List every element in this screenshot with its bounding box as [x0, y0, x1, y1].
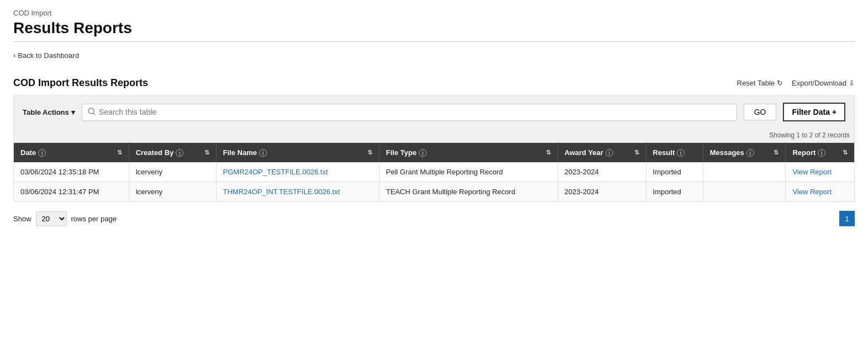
col-messages: Messages i ⇅: [703, 143, 786, 163]
cell-file-name: PGMR24OP_TESTFILE.0026.txt: [216, 162, 379, 182]
cell-messages: [703, 162, 786, 182]
cell-file-type: Pell Grant Multiple Reporting Record: [379, 162, 557, 182]
cell-result: Imported: [646, 162, 703, 182]
search-input[interactable]: [99, 108, 731, 116]
file-type-info-icon[interactable]: i: [419, 149, 427, 157]
date-sort-icon[interactable]: ⇅: [117, 149, 122, 156]
result-info-icon[interactable]: i: [677, 149, 685, 157]
chevron-left-icon: ‹: [13, 51, 15, 60]
col-award-year: Award Year i ⇅: [557, 143, 646, 163]
records-info: Showing 1 to 2 of 2 records: [13, 128, 855, 142]
table-section-title: COD Import Results Reports: [13, 77, 148, 89]
search-container: [82, 104, 737, 121]
col-created-by: Created By i ⇅: [129, 143, 216, 163]
cell-award-year: 2023-2024: [557, 182, 646, 202]
file-name-link[interactable]: PGMR24OP_TESTFILE.0026.txt: [223, 168, 328, 176]
cell-award-year: 2023-2024: [557, 162, 646, 182]
breadcrumb: COD Import: [13, 9, 855, 17]
go-button[interactable]: GO: [744, 104, 777, 120]
award-year-sort-icon[interactable]: ⇅: [634, 149, 639, 156]
export-label: Export/Download: [792, 79, 846, 87]
cell-result: Imported: [646, 182, 703, 202]
pagination-bar: Show 20 50 100 rows per page 1: [13, 211, 855, 226]
rows-per-page-select[interactable]: 20 50 100: [36, 211, 67, 226]
view-report-link[interactable]: View Report: [792, 168, 832, 176]
date-info-icon[interactable]: i: [38, 149, 46, 157]
table-row: 03/06/2024 12:31:47 PM lcerveny THMR24OP…: [14, 182, 855, 202]
table-toolbar: Table Actions ▾ GO Filter Data +: [13, 95, 855, 128]
cell-report: View Report: [786, 162, 855, 182]
cell-report: View Report: [786, 182, 855, 202]
table-header-row: Date i ⇅ Created By i ⇅: [14, 143, 855, 163]
messages-info-icon[interactable]: i: [746, 149, 754, 157]
download-icon: ⇩: [849, 79, 855, 87]
cell-messages: [703, 182, 786, 202]
back-to-dashboard-link[interactable]: ‹ Back to Dashboard: [13, 51, 79, 60]
col-file-type: File Type i ⇅: [379, 143, 557, 163]
reset-table-button[interactable]: Reset Table ↻: [737, 79, 783, 87]
table-actions-label: Table Actions: [23, 108, 69, 116]
cell-file-name: THMR24OP_INT.TESTFILE.0026.txt: [216, 182, 379, 202]
award-year-info-icon[interactable]: i: [606, 149, 613, 157]
page-1-button[interactable]: 1: [839, 211, 855, 226]
page-numbers: 1: [839, 211, 855, 226]
view-report-link[interactable]: View Report: [792, 188, 832, 196]
file-type-sort-icon[interactable]: ⇅: [546, 149, 551, 156]
col-report: Report i ⇅: [786, 143, 855, 163]
export-download-button[interactable]: Export/Download ⇩: [792, 79, 855, 87]
search-icon: [88, 108, 96, 117]
table-row: 03/06/2024 12:35:18 PM lcerveny PGMR24OP…: [14, 162, 855, 182]
created-by-sort-icon[interactable]: ⇅: [204, 149, 209, 156]
file-name-sort-icon[interactable]: ⇅: [367, 149, 372, 156]
report-sort-icon[interactable]: ⇅: [843, 149, 848, 156]
cell-file-type: TEACH Grant Multiple Reporting Record: [379, 182, 557, 202]
show-label: Show: [13, 215, 31, 223]
cell-date: 03/06/2024 12:31:47 PM: [14, 182, 129, 202]
cell-created-by: lcerveny: [129, 162, 216, 182]
cell-date: 03/06/2024 12:35:18 PM: [14, 162, 129, 182]
chevron-down-icon: ▾: [71, 108, 75, 116]
col-file-name: File Name i ⇅: [216, 143, 379, 163]
page-title: Results Reports: [13, 19, 855, 37]
table-actions-dropdown[interactable]: Table Actions ▾: [23, 108, 75, 116]
col-result: Result i: [646, 143, 703, 163]
svg-line-1: [93, 113, 95, 115]
file-name-info-icon[interactable]: i: [259, 149, 267, 157]
cell-created-by: lcerveny: [129, 182, 216, 202]
report-info-icon[interactable]: i: [818, 149, 825, 157]
back-link-label: Back to Dashboard: [18, 51, 79, 60]
created-by-info-icon[interactable]: i: [176, 149, 183, 157]
refresh-icon: ↻: [777, 79, 783, 87]
col-date: Date i ⇅: [14, 143, 129, 163]
filter-data-button[interactable]: Filter Data +: [783, 103, 845, 121]
messages-sort-icon[interactable]: ⇅: [774, 149, 778, 156]
file-name-link[interactable]: THMR24OP_INT.TESTFILE.0026.txt: [223, 188, 340, 196]
reset-table-label: Reset Table: [737, 79, 775, 87]
rows-suffix: rows per page: [71, 215, 117, 223]
results-table: Date i ⇅ Created By i ⇅: [13, 142, 855, 202]
